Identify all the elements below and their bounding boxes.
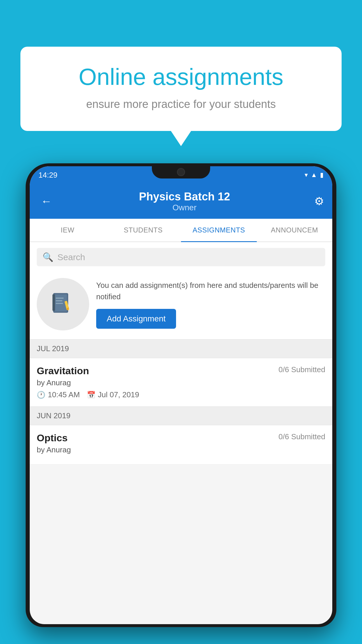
- phone-outer: 14:29 ▾ ▲ ▮ ← Physics Batch 12 Owner ⚙: [26, 163, 336, 627]
- info-card: You can add assignment(s) from here and …: [30, 272, 332, 340]
- status-time: 14:29: [38, 171, 57, 180]
- header-center: Physics Batch 12 Owner: [139, 190, 230, 212]
- phone-screen: 14:29 ▾ ▲ ▮ ← Physics Batch 12 Owner ⚙: [30, 166, 332, 624]
- app-header: ← Physics Batch 12 Owner ⚙: [30, 184, 332, 219]
- tab-students[interactable]: STUDENTS: [106, 219, 181, 242]
- signal-icon: ▲: [311, 171, 317, 179]
- section-header-jun: JUN 2019: [30, 407, 332, 425]
- bubble-subtitle: ensure more practice for your students: [38, 98, 324, 111]
- tab-assignments[interactable]: ASSIGNMENTS: [181, 219, 257, 242]
- bubble-title: Online assignments: [38, 64, 324, 90]
- phone-wrapper: 14:29 ▾ ▲ ▮ ← Physics Batch 12 Owner ⚙: [26, 163, 336, 644]
- svg-rect-5: [56, 303, 63, 304]
- assignment-date-gravitation: 📅 Jul 07, 2019: [87, 390, 139, 399]
- calendar-icon-gravitation: 📅: [87, 391, 96, 399]
- notebook-icon-wrapper: [37, 278, 89, 330]
- tab-announcements[interactable]: ANNOUNCEM: [257, 219, 333, 242]
- back-button[interactable]: ←: [38, 192, 55, 211]
- wifi-icon: ▾: [305, 171, 308, 179]
- assignment-item-optics[interactable]: Optics 0/6 Submitted by Anurag: [30, 425, 332, 465]
- speech-bubble: Online assignments ensure more practice …: [20, 47, 342, 131]
- search-container: 🔍 Search: [30, 242, 332, 272]
- info-description: You can add assignment(s) from here and …: [96, 280, 325, 302]
- phone-notch: [152, 163, 210, 178]
- assignment-name-gravitation: Gravitation: [37, 365, 89, 377]
- assignment-item-gravitation[interactable]: Gravitation 0/6 Submitted by Anurag 🕐 10…: [30, 358, 332, 407]
- svg-rect-3: [56, 298, 64, 299]
- speech-bubble-container: Online assignments ensure more practice …: [20, 47, 342, 131]
- add-assignment-button[interactable]: Add Assignment: [96, 309, 176, 329]
- assignment-by-gravitation: by Anurag: [37, 378, 325, 387]
- settings-button[interactable]: ⚙: [314, 195, 324, 208]
- svg-rect-4: [56, 300, 62, 301]
- assignment-meta-gravitation: 🕐 10:45 AM 📅 Jul 07, 2019: [37, 390, 325, 399]
- assignment-time-gravitation: 🕐 10:45 AM: [37, 390, 80, 399]
- search-placeholder: Search: [57, 252, 85, 262]
- assignment-by-optics: by Anurag: [37, 445, 325, 454]
- section-header-jul: JUL 2019: [30, 340, 332, 358]
- header-subtitle: Owner: [139, 203, 230, 212]
- phone-camera: [177, 168, 185, 176]
- info-text-area: You can add assignment(s) from here and …: [96, 280, 325, 329]
- tab-iew[interactable]: IEW: [30, 219, 106, 242]
- assignment-name-optics: Optics: [37, 432, 68, 444]
- notebook-icon: [50, 291, 76, 317]
- assignment-submitted-optics: 0/6 Submitted: [279, 432, 325, 441]
- header-title: Physics Batch 12: [139, 190, 230, 203]
- tabs-bar: IEW STUDENTS ASSIGNMENTS ANNOUNCEM: [30, 219, 332, 242]
- status-icons: ▾ ▲ ▮: [305, 171, 324, 179]
- search-icon: 🔍: [43, 252, 53, 262]
- clock-icon-gravitation: 🕐: [37, 391, 45, 399]
- svg-rect-2: [52, 294, 55, 311]
- search-bar[interactable]: 🔍 Search: [37, 248, 325, 266]
- assignment-submitted-gravitation: 0/6 Submitted: [279, 365, 325, 374]
- battery-icon: ▮: [320, 171, 324, 179]
